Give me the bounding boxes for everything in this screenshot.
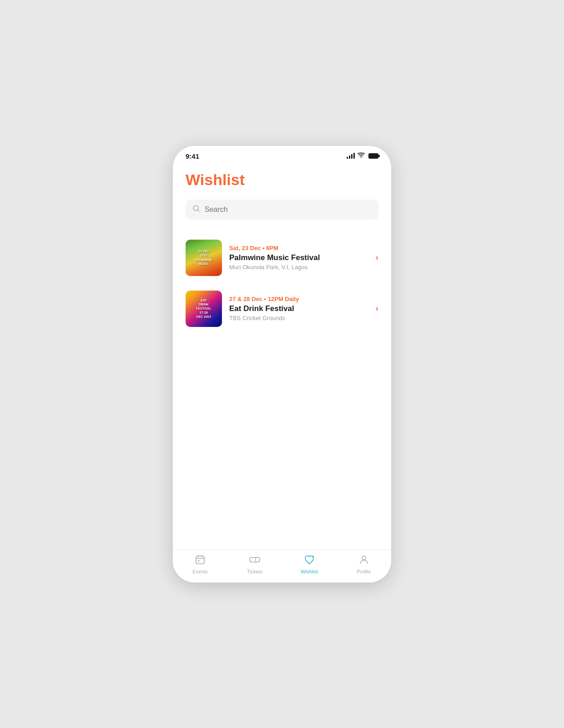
svg-rect-3	[198, 560, 199, 562]
wifi-icon	[358, 152, 365, 160]
tab-events[interactable]: Events	[184, 554, 216, 574]
tab-profile[interactable]: Profile	[348, 554, 380, 574]
event-location-eatdrink: TBS Cricket Grounds	[229, 315, 368, 321]
tab-tickets-label: Tickets	[247, 569, 262, 574]
event-info-palmwine: Sat, 23 Dec • 6PM Palmwine Music Festiva…	[229, 245, 368, 271]
tab-wishlist-label: Wishlist	[301, 569, 318, 574]
status-time: 9:41	[186, 152, 199, 160]
search-input[interactable]	[205, 206, 371, 214]
palmwine-thumb-text: 23 DEC2023PALMWINEMUSIC	[194, 248, 214, 267]
svg-point-5	[313, 556, 314, 557]
status-bar: 9:41	[173, 146, 391, 164]
status-icons	[347, 152, 378, 160]
event-item-palmwine[interactable]: 23 DEC2023PALMWINEMUSIC Sat, 23 Dec • 6P…	[186, 232, 378, 283]
event-date-eatdrink: 27 & 28 Dec • 12PM Daily	[229, 296, 368, 302]
eatdrink-thumb-text: EATDRINKFESTIVAL27-28DEC 2023	[195, 297, 212, 320]
person-icon	[358, 554, 369, 567]
page-title: Wishlist	[186, 171, 378, 189]
tab-wishlist[interactable]: Wishlist	[293, 554, 325, 574]
svg-rect-2	[196, 556, 204, 564]
svg-point-6	[362, 556, 366, 560]
search-icon	[193, 205, 200, 214]
event-date-palmwine: Sat, 23 Dec • 6PM	[229, 245, 368, 251]
calendar-icon	[195, 554, 206, 567]
main-content: Wishlist 23 DEC2023PALMWINEMUSIC	[173, 164, 391, 549]
event-info-eatdrink: 27 & 28 Dec • 12PM Daily Eat Drink Festi…	[229, 296, 368, 321]
tab-bar: Events Tickets Wishlist	[173, 549, 391, 582]
signal-icon	[347, 153, 355, 159]
tab-profile-label: Profile	[357, 569, 371, 574]
tab-events-label: Events	[192, 569, 208, 574]
event-name-eatdrink: Eat Drink Festival	[229, 304, 368, 313]
heart-icon	[304, 554, 315, 567]
svg-point-0	[361, 157, 362, 158]
search-bar[interactable]	[186, 200, 378, 220]
event-thumb-palmwine: 23 DEC2023PALMWINEMUSIC	[186, 240, 222, 276]
event-thumb-eatdrink: EATDRINKFESTIVAL27-28DEC 2023	[186, 291, 222, 327]
event-location-palmwine: Muri Okunola Park, V.I, Lagos	[229, 264, 368, 271]
event-list: 23 DEC2023PALMWINEMUSIC Sat, 23 Dec • 6P…	[186, 232, 378, 334]
event-name-palmwine: Palmwine Music Festival	[229, 253, 368, 262]
ticket-icon	[249, 554, 260, 567]
chevron-icon-eatdrink: ›	[376, 304, 378, 313]
event-item-eatdrink[interactable]: EATDRINKFESTIVAL27-28DEC 2023 27 & 28 De…	[186, 283, 378, 334]
phone-frame: 9:41 Wishli	[173, 146, 391, 582]
tab-tickets[interactable]: Tickets	[239, 554, 271, 574]
battery-icon	[368, 153, 378, 159]
chevron-icon-palmwine: ›	[376, 253, 378, 262]
